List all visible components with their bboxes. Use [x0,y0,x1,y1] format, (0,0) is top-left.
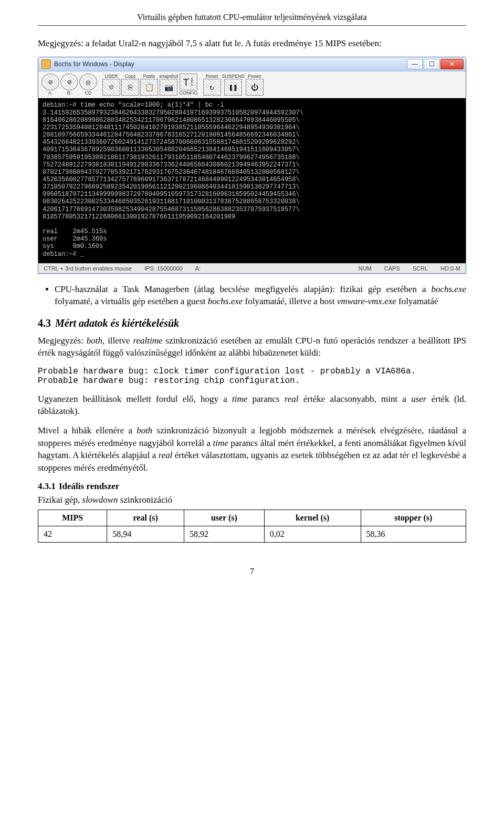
tools-icon: T⸾ [180,74,197,90]
cell-kernel: 0,02 [264,526,361,542]
status-num: NUM [359,265,372,272]
window-title: Bochs for Windows - Display [54,60,407,68]
power-icon: ⏻ [246,79,264,96]
body-text: Mivel a hibák ellenére a [38,425,136,435]
col-mips: MIPS [38,510,107,526]
window-statusbar: CTRL + 3rd button enables mouse IPS: 150… [38,263,466,273]
minimize-button[interactable]: — [407,59,423,69]
copy-icon: ⎘ [121,79,139,96]
status-scrl: SCRL [413,265,428,272]
status-ips: IPS: 15000000 [144,265,183,272]
user-label: USER [104,74,118,79]
suspend-button[interactable]: SUSPEND ❚❚ [222,74,245,96]
body-text: szinkronizáció [118,495,172,505]
window-titlebar[interactable]: Bochs for Windows - Display — ☐ ✕ [38,57,466,71]
section-4-3-heading: 4.3Mért adatok és kiértékelésük [38,317,466,329]
copy-button[interactable]: Copy ⎘ [121,74,139,96]
body-text: parancs [247,394,284,404]
window-toolbar: ⊘ A: ⊘ B: ◎ CD USER ☺ [38,71,466,98]
reset-label: Reset [206,74,218,79]
terminal-output[interactable]: debian:~# time echo "scale=1000; a(1)*4"… [38,98,466,263]
floppy-icon: ⊘ [41,74,59,90]
section-title: Mért adatok és kiértékelésük [55,317,179,329]
cell-user: 58,92 [184,526,265,542]
snapshot-button[interactable]: snapshot 📷 [159,74,178,96]
power-button[interactable]: Power ⏻ [246,74,264,96]
status-caps: CAPS [384,265,400,272]
body-italic: both [87,336,102,346]
subsection-title: Ideális rendszer [59,481,119,491]
body-text: Ugyanezen beállítások mellett fordul elő… [38,394,232,404]
copy-label: Copy [124,74,135,79]
status-mouse-hint: CTRL + 3rd button enables mouse [44,265,132,272]
code-line: Probable hardware bug: clock timer confi… [38,367,416,376]
snapshot-label: snapshot [159,74,178,79]
drive-a-button[interactable]: ⊘ A: [41,74,59,96]
subsection-number: 4.3.1 [38,481,56,491]
body-text: értéke alacsonyabb, mint a [298,394,411,404]
body-italic: user [411,394,426,404]
sec431-subtitle: Fizikai gép, slowdown szinkronizáció [38,494,466,506]
col-kernel: kernel (s) [264,510,361,526]
suspend-label: SUSPEND [222,74,245,79]
bullet-cpu-usage: CPU-használat a Task Managerben (átlag b… [55,283,466,308]
bullet-text: folyamatáé [396,296,438,306]
bullet-text: CPU-használat a Task Managerben (átlag b… [55,284,431,294]
section-4-3-1-heading: 4.3.1Ideális rendszer [38,481,466,492]
bullet-text: folyamatáé, illetve a host [243,296,337,306]
body-text: Megjegyzés: [38,336,87,346]
reset-icon: ↻ [203,79,221,96]
cd-button[interactable]: ◎ CD [79,74,97,96]
col-real: real (s) [107,510,184,526]
intro-line-a: Megjegyzés: a feladat Ural2-n nagyjából … [38,38,243,48]
bullet-list: CPU-használat a Task Managerben (átlag b… [38,283,466,308]
status-hd: HD:0-M [440,265,460,272]
body-text: , illetve [102,336,133,346]
drive-b-label: B: [67,91,72,96]
config-button[interactable]: T⸾ CONFIG [180,74,198,96]
bullet-text: folyamaté, a virtuális gép esetében a gu… [55,296,208,306]
body-italic: time [232,394,247,404]
maximize-button[interactable]: ☐ [424,59,439,69]
paste-button[interactable]: Paste 📋 [140,74,158,96]
error-message-code: Probable hardware bug: clock timer confi… [38,367,466,386]
intro-paragraph: Megjegyzés: a feladat Ural2-n nagyjából … [38,37,466,49]
col-stopper: stopper (s) [361,510,466,526]
bullet-italic: bochs.exe [208,296,243,306]
camera-icon: 📷 [160,79,177,96]
sec43-paragraph-3: Mivel a hibák ellenére a both szinkroniz… [38,424,466,474]
user-button[interactable]: USER ☺ [102,74,120,96]
body-italic: real [285,394,299,404]
cell-stopper: 58,36 [361,526,466,542]
intro-line-b: A futás eredménye 15 MIPS esetében: [245,38,382,48]
section-number: 4.3 [38,317,51,329]
bochs-window-screenshot: Bochs for Windows - Display — ☐ ✕ ⊘ A: ⊘… [38,57,466,273]
paste-icon: 📋 [140,79,158,96]
drive-b-button[interactable]: ⊘ B: [60,74,78,96]
close-button[interactable]: ✕ [440,59,464,69]
sec43-paragraph-2: Ugyanezen beállítások mellett fordul elő… [38,393,466,418]
cell-mips: 42 [38,526,107,542]
body-italic: realtime [133,336,163,346]
sec43-paragraph-1: Megjegyzés: both, illetve realtime szink… [38,335,466,359]
bullet-italic: bochs.exe [431,284,466,294]
col-user: user (s) [184,510,265,526]
bullet-italic: vmware-vmx.exe [337,296,396,306]
body-text: Fizikai gép, [38,495,82,505]
suspend-icon: ❚❚ [224,79,242,96]
cd-icon: ◎ [79,74,97,90]
power-label: Power [248,74,261,79]
body-italic: slowdown [82,495,118,505]
paste-label: Paste [143,74,155,79]
code-line: Probable hardware bug: restoring chip co… [38,376,300,386]
page-number: 7 [38,567,466,576]
config-label: CONFIG [180,91,198,96]
body-italic: time [213,438,228,448]
drive-a-label: A: [48,91,53,96]
measurement-table: MIPS real (s) user (s) kernel (s) stoppe… [38,510,466,543]
body-italic: real [159,450,173,460]
cd-label: CD [85,91,92,96]
reset-button[interactable]: Reset ↻ [203,74,221,96]
page-header-title: Virtuális gépben futtatott CPU-emulátor … [38,13,466,26]
user-icon: ☺ [102,79,120,96]
